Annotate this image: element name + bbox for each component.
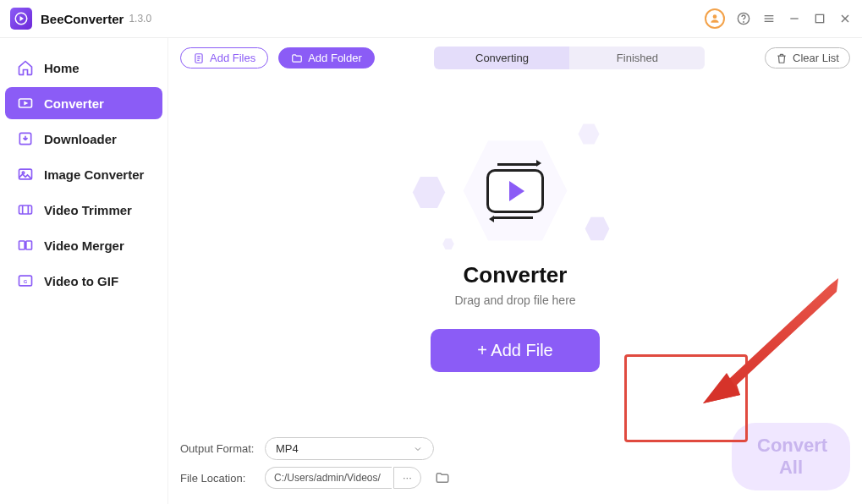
- app-logo-icon: [10, 8, 32, 30]
- svg-rect-20: [19, 241, 25, 249]
- decor-hex-icon: [442, 238, 454, 250]
- file-location-label: File Location:: [180, 472, 258, 485]
- add-files-button[interactable]: Add Files: [180, 47, 268, 68]
- sidebar: Home Converter Downloader Image Converte…: [0, 38, 167, 504]
- sidebar-item-image-converter[interactable]: Image Converter: [5, 158, 162, 190]
- more-button[interactable]: ···: [393, 467, 421, 489]
- title-bar: BeeConverter 1.3.0: [0, 0, 862, 38]
- home-icon: [17, 59, 34, 76]
- svg-rect-21: [26, 241, 32, 249]
- merger-icon: [17, 237, 34, 254]
- sidebar-item-downloader[interactable]: Downloader: [5, 123, 162, 155]
- sidebar-item-label: Downloader: [44, 132, 117, 146]
- svg-rect-17: [19, 205, 32, 214]
- drop-area[interactable]: Converter Drag and drop file here + Add …: [168, 78, 862, 430]
- converter-icon: [17, 95, 34, 112]
- sidebar-item-home[interactable]: Home: [5, 52, 162, 84]
- output-format-label: Output Format:: [180, 442, 258, 455]
- decor-hex-icon: [578, 123, 600, 145]
- trimmer-icon: [17, 201, 34, 218]
- sidebar-item-video-to-gif[interactable]: G Video to GIF: [5, 265, 162, 297]
- sidebar-item-label: Video Trimmer: [44, 203, 132, 217]
- center-title: Converter: [464, 262, 568, 288]
- svg-marker-1: [20, 16, 25, 21]
- converter-hero-icon: [461, 137, 569, 245]
- tab-finished[interactable]: Finished: [569, 47, 705, 69]
- content-pane: Add Files Add Folder Converting Finished…: [167, 38, 862, 504]
- svg-point-2: [713, 14, 717, 19]
- maximize-icon[interactable]: [813, 12, 826, 25]
- file-location-field[interactable]: C:/Users/admin/Videos/: [265, 467, 392, 489]
- add-files-label: Add Files: [210, 52, 255, 64]
- app-version: 1.3.0: [129, 13, 151, 25]
- sidebar-item-converter[interactable]: Converter: [5, 87, 162, 119]
- sidebar-item-label: Video to GIF: [44, 274, 118, 288]
- add-folder-button[interactable]: Add Folder: [278, 47, 375, 68]
- sidebar-item-label: Converter: [44, 96, 104, 111]
- decor-hex-icon: [585, 216, 610, 242]
- help-icon[interactable]: [737, 12, 750, 25]
- minimize-icon[interactable]: [788, 12, 801, 25]
- sidebar-item-video-merger[interactable]: Video Merger: [5, 229, 162, 261]
- image-icon: [17, 166, 34, 183]
- convert-all-button[interactable]: Convert All: [732, 423, 850, 490]
- svg-point-4: [744, 22, 744, 23]
- clear-list-label: Clear List: [793, 52, 839, 64]
- gif-icon: G: [17, 272, 34, 289]
- output-format-value: MP4: [276, 442, 299, 455]
- open-folder-icon[interactable]: [435, 470, 450, 485]
- svg-marker-13: [24, 101, 28, 106]
- sidebar-item-label: Home: [44, 61, 80, 75]
- clear-list-button[interactable]: Clear List: [765, 47, 850, 68]
- add-folder-label: Add Folder: [308, 52, 362, 64]
- output-format-select[interactable]: MP4: [265, 437, 434, 460]
- svg-text:G: G: [24, 279, 28, 284]
- decor-hex-icon: [412, 176, 446, 210]
- sidebar-item-label: Image Converter: [44, 167, 144, 182]
- download-icon: [17, 130, 34, 147]
- app-name: BeeConverter: [41, 12, 124, 26]
- tab-converting[interactable]: Converting: [434, 47, 569, 69]
- sidebar-item-label: Video Merger: [44, 238, 124, 253]
- chevron-down-icon: [413, 444, 423, 454]
- add-file-button[interactable]: + Add File: [431, 329, 600, 372]
- svg-rect-9: [815, 14, 823, 22]
- account-icon[interactable]: [705, 8, 725, 29]
- menu-icon[interactable]: [762, 12, 776, 25]
- sidebar-item-video-trimmer[interactable]: Video Trimmer: [5, 194, 162, 226]
- status-tabs: Converting Finished: [434, 47, 705, 69]
- center-subtitle: Drag and drop file here: [454, 293, 575, 307]
- close-icon[interactable]: [838, 12, 852, 25]
